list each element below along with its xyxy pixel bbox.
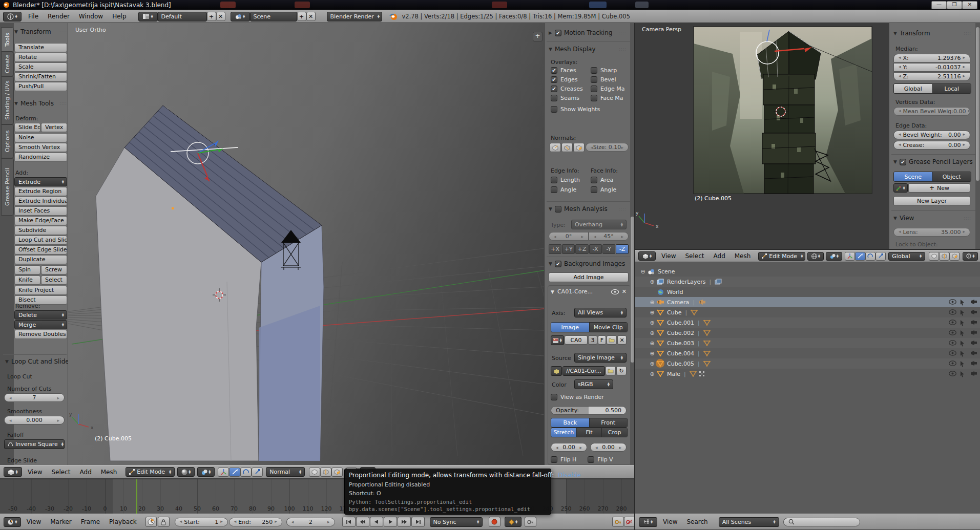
toolshelf-tab-grease-pencil[interactable]: Grease Pencil [1,158,14,216]
prev-keyframe-button[interactable] [356,517,369,527]
flip-vertical[interactable]: Flip V [588,456,613,463]
info-menu-file[interactable]: File [24,13,43,20]
editor-type-timeline-button[interactable]: ▲▼ [4,517,21,527]
restrict-render-toggle[interactable] [970,340,977,346]
tab-global[interactable]: Global [894,84,933,93]
scrollbar-track[interactable] [975,23,980,250]
camera-layers-cube-3[interactable] [949,252,960,261]
tab-local[interactable]: Local [933,84,971,93]
restrict-select-toggle[interactable] [960,309,965,316]
median-z-field[interactable]: ◂Z: 2.51116▸ [893,72,970,81]
screen-layout-field[interactable]: Default [158,12,207,22]
tool-button-smooth-vertex[interactable]: Smooth Vertex [14,143,67,152]
restrict-select-toggle[interactable] [960,320,965,326]
number-of-cuts-field[interactable]: ◂7▸ [4,393,65,402]
restrict-view-toggle[interactable] [949,299,956,305]
tool-button-extrude-individual[interactable]: Extrude Individual [14,197,67,206]
tool-dropdown-merge[interactable]: Merge▲▼ [14,320,67,329]
lock-time-cursor-button[interactable] [158,517,170,527]
axis-button-y[interactable]: +Y [562,244,575,254]
outliner-scope-select[interactable]: All Scenes▲▼ [719,517,779,527]
restrict-render-toggle[interactable] [970,371,977,376]
overlay-edge-ma[interactable]: Edge Ma [591,86,629,92]
image-path-field[interactable]: //CA01-Cor... [562,366,605,376]
outliner-row-cube[interactable]: ⊕Cube| [635,307,980,317]
bg-entry-expand-icon[interactable]: ▼ [551,289,554,294]
expand-toggle-icon[interactable]: ⊖ [639,268,647,275]
outliner-row-cube-001[interactable]: ⊕Cube.001| [635,317,980,328]
analysis-min-field[interactable]: ◂0°▸ [549,232,589,241]
camera-layers-cube-2[interactable] [939,252,949,261]
restrict-render-toggle[interactable] [970,320,977,325]
overlay-show-weights-checkbox[interactable] [551,106,557,113]
face-info-area[interactable]: Area [591,177,629,183]
scrollbar-thumb[interactable] [976,27,979,181]
vertex-normals-button[interactable] [550,143,561,152]
gp-new-layer-button[interactable]: New Layer [893,196,970,206]
pivot-point-button[interactable]: ▲▼ [197,467,215,477]
tool-button-inset-faces[interactable]: Inset Faces [14,206,67,216]
panel-header-mesh-analysis[interactable]: ▼Mesh Analysis:::: [549,205,627,213]
region-expand-plus-icon[interactable]: + [533,32,543,41]
outliner-menu-view[interactable]: View [658,518,682,525]
edge-info-length[interactable]: Length [551,177,591,183]
jump-first-button[interactable] [342,517,356,527]
lens-field[interactable]: ◂Lens: 35.000▸ [893,228,970,237]
crease-field[interactable]: ◂Crease: 0.00▸ [893,141,970,150]
outliner-row-camera[interactable]: ⊕Camera| [635,297,980,307]
outliner-menu-search[interactable]: Search [682,518,712,525]
outliner-row-cube-004[interactable]: ⊕Cube.004| [635,348,980,358]
restrict-view-toggle[interactable] [949,340,956,346]
tool-button-offset-edge-slide[interactable]: Offset Edge Slide [14,245,67,255]
play-reverse-button[interactable] [370,517,383,527]
face-normals-button[interactable] [573,143,585,152]
bg-offset-x-field[interactable]: ◂0.00▸ [551,443,587,452]
camera-menu-view[interactable]: View [657,252,680,260]
jump-last-button[interactable] [411,517,425,527]
tool-button-remove-doubles[interactable]: Remove Doubles [14,330,67,339]
outliner-row-scene[interactable]: ⊖Scene [635,266,980,277]
overlay-face-ma[interactable]: Face Ma [591,95,629,101]
editor-type-3dview-button[interactable]: ▲▼ [638,251,656,261]
viewport-shading-button[interactable]: ▲▼ [177,467,195,477]
expand-toggle-icon[interactable]: ⊕ [649,361,656,367]
bg-axis-select[interactable]: All Views▲▼ [574,308,627,317]
manipulator-translate-button[interactable] [229,468,240,477]
bg-source-select[interactable]: Single Image▲▼ [574,353,627,363]
delete-scene-button[interactable]: ✕ [306,12,316,21]
add-image-button[interactable]: Add Image [549,272,629,282]
3d-viewport-canvas[interactable]: x y [68,23,544,465]
scrollbar-thumb[interactable] [631,217,634,363]
insert-keyframe-icon-button[interactable] [525,517,536,527]
panel-header-mesh-display[interactable]: ▼Mesh Display:::: [549,46,627,53]
camera-pivot-button[interactable]: ▲▼ [826,252,842,261]
scene-field[interactable]: Scene [250,12,297,22]
tool-button-loop-cut-and-slide[interactable]: Loop Cut and Slide [14,236,67,245]
overlay-creases-checkbox[interactable]: ✔ [551,86,557,92]
motion-tracking-checkbox[interactable]: ✔ [555,30,561,36]
tool-button-make-edge-face[interactable]: Make Edge/Face [14,216,67,225]
tool-button-knife-project[interactable]: Knife Project [14,286,67,295]
overlay-bevel[interactable]: Bevel [591,76,629,83]
viewport-menu-view[interactable]: View [23,469,47,476]
overlay-bevel-checkbox[interactable] [591,76,597,83]
tool-button-translate[interactable]: Translate [14,43,67,52]
record-button[interactable] [489,517,501,527]
tool-button-knife[interactable]: Knife [14,275,40,285]
tab-crop[interactable]: Crop [602,428,627,437]
manipulator-rotate-button[interactable] [240,468,252,477]
bevel-weight-field[interactable]: ◂Bevel Weight: 0.00▸ [893,131,970,139]
tab-image[interactable]: Image [551,323,590,332]
house-wall-right-lower[interactable] [259,306,320,461]
axis-button-z[interactable]: +Z [575,244,588,254]
expand-toggle-icon[interactable]: ⊕ [649,299,656,306]
tab-gp-scene[interactable]: Scene [894,172,933,181]
tab-gp-object[interactable]: Object [933,172,971,181]
panel-header-motion-tracking[interactable]: ▶✔Motion Tracking:::: [549,29,627,36]
normals-size-field[interactable]: ◂Size: 0.10▸ [586,143,629,152]
camera-layers-cube-1[interactable] [929,252,939,261]
median-y-field[interactable]: ◂Y: -0.01037▸ [893,63,970,72]
expand-toggle-icon[interactable]: ⊕ [649,279,656,285]
info-menu-window[interactable]: Window [74,13,108,20]
restrict-view-toggle[interactable] [949,350,956,356]
